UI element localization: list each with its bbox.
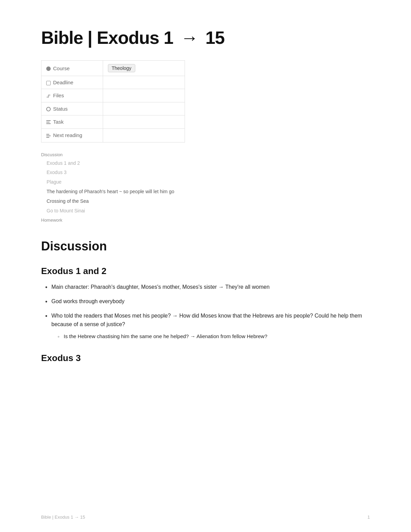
page-title: Bible | Exodus 1 → 15: [41, 27, 370, 48]
next-reading-icon: [46, 133, 51, 139]
prop-value-course[interactable]: Theology: [103, 61, 185, 76]
prop-value-status[interactable]: [103, 102, 185, 115]
table-of-contents: DiscussionExodus 1 and 2Exodus 3PlagueTh…: [41, 152, 370, 223]
svg-rect-3: [46, 134, 49, 135]
lines-icon: [46, 119, 51, 125]
subsection-exodus-1-2: Exodus 1 and 2Main character: Pharaoh's …: [41, 266, 370, 340]
paperclip-icon: 🖇: [46, 94, 51, 99]
toc-category-discussion: Discussion: [41, 152, 370, 157]
toc-item-crossing[interactable]: Crossing of the Sea: [41, 197, 370, 206]
bullet-item-exodus-1-2-0: Main character: Pharaoh's daughter, Mose…: [44, 283, 370, 292]
circle-outline-icon: [46, 107, 51, 111]
prop-label-course: Course: [41, 61, 103, 76]
prop-label-deadline: Deadline: [41, 76, 103, 89]
toc-item-exodus-1-2[interactable]: Exodus 1 and 2: [41, 159, 370, 168]
prop-label-files: 🖇Files: [41, 89, 103, 102]
footer-page: 1: [368, 515, 370, 520]
bullet-item-exodus-1-2-1: God works through everybody: [44, 297, 370, 306]
subsection-exodus-3: Exodus 3: [41, 353, 370, 363]
prop-value-files[interactable]: [103, 89, 185, 102]
footer-title: Bible | Exodus 1 → 15: [41, 515, 85, 520]
svg-rect-1: [46, 122, 50, 123]
section-heading-discussion: Discussion: [41, 239, 370, 253]
svg-rect-5: [46, 137, 49, 138]
toc-item-sinai[interactable]: Go to Mount Sinai: [41, 206, 370, 216]
toc-item-exodus-3[interactable]: Exodus 3: [41, 168, 370, 177]
prop-value-next-reading[interactable]: [103, 129, 185, 143]
subsection-heading-exodus-3: Exodus 3: [41, 353, 370, 363]
bullet-list-exodus-1-2: Main character: Pharaoh's daughter, Mose…: [44, 283, 370, 340]
sub-bullet-item-exodus-1-2-2-0: Is the Hebrew chastising him the same on…: [57, 332, 370, 341]
sub-bullet-list-exodus-1-2-2: Is the Hebrew chastising him the same on…: [57, 332, 370, 341]
bullet-item-exodus-1-2-2: Who told the readers that Moses met his …: [44, 311, 370, 341]
circle-filled-icon: [46, 66, 51, 71]
toc-category-homework: Homework: [41, 218, 370, 223]
prop-value-deadline[interactable]: [103, 76, 185, 89]
section-discussion: DiscussionExodus 1 and 2Main character: …: [41, 239, 370, 363]
main-content: DiscussionExodus 1 and 2Main character: …: [41, 239, 370, 363]
calendar-icon: [46, 81, 51, 85]
prop-label-task: Task: [41, 115, 103, 129]
prop-label-status: Status: [41, 102, 103, 115]
svg-rect-0: [46, 120, 51, 121]
svg-rect-4: [46, 135, 51, 136]
prop-value-task[interactable]: [103, 115, 185, 129]
toc-item-plague[interactable]: Plague: [41, 177, 370, 187]
toc-item-hardening[interactable]: The hardening of Pharaoh's heart ~ so pe…: [41, 187, 370, 197]
subsection-heading-exodus-1-2: Exodus 1 and 2: [41, 266, 370, 276]
svg-rect-2: [46, 123, 51, 124]
prop-label-next-reading: Next reading: [41, 129, 103, 143]
page-footer: Bible | Exodus 1 → 15 1: [41, 515, 370, 520]
properties-table: CourseTheologyDeadline🖇FilesStatusTaskNe…: [41, 60, 185, 143]
